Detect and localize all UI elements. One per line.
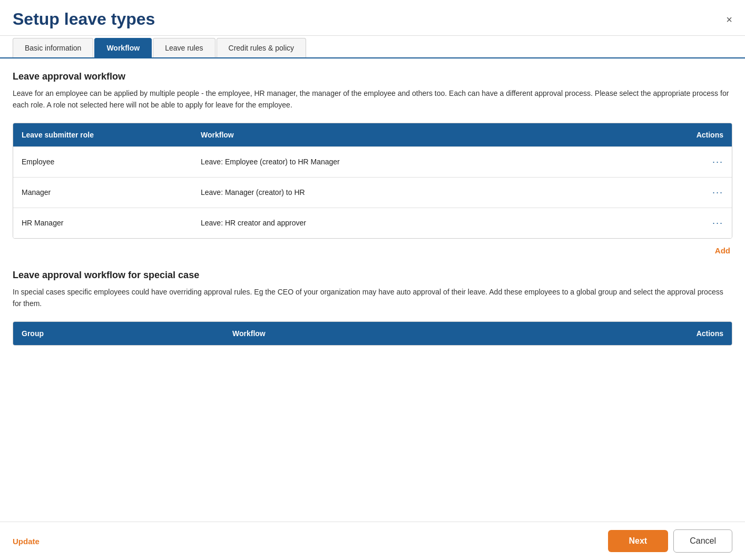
page-container: Setup leave types × Basic information Wo… xyxy=(0,0,745,560)
row-actions-button-employee[interactable]: ··· xyxy=(712,156,723,168)
add-workflow-link[interactable]: Add xyxy=(13,246,732,255)
col2-header-group: Group xyxy=(13,322,224,345)
tab-workflow[interactable]: Workflow xyxy=(94,38,152,57)
workflow-table: Leave submitter role Workflow Actions Em… xyxy=(13,123,732,239)
section1-title: Leave approval workflow xyxy=(13,71,732,82)
tab-basic-information[interactable]: Basic information xyxy=(13,38,93,57)
row-actions-button-manager[interactable]: ··· xyxy=(712,187,723,198)
cell-role-employee: Employee xyxy=(13,148,192,175)
section2-description: In special cases specific employees coul… xyxy=(13,286,732,310)
page-footer: Update Next Cancel xyxy=(0,522,745,560)
update-button[interactable]: Update xyxy=(13,537,40,546)
cell-role-hr-manager: HR Manager xyxy=(13,209,192,237)
footer-right: Next Cancel xyxy=(608,529,733,553)
col-header-actions: Actions xyxy=(626,123,732,146)
cell-workflow-manager: Leave: Manager (creator) to HR xyxy=(192,179,626,206)
close-button[interactable]: × xyxy=(726,14,732,25)
cell-role-manager: Manager xyxy=(13,179,192,206)
col2-header-actions: Actions xyxy=(611,322,732,345)
cell-workflow-hr-manager: Leave: HR creator and approver xyxy=(192,209,626,237)
section2-container: Leave approval workflow for special case… xyxy=(13,270,732,346)
tab-credit-rules-policy[interactable]: Credit rules & policy xyxy=(217,38,307,57)
section1-description: Leave for an employee can be applied by … xyxy=(13,87,732,111)
table1-header-row: Leave submitter role Workflow Actions xyxy=(13,123,732,146)
cell-actions-manager: ··· xyxy=(626,178,732,208)
table-row: Manager Leave: Manager (creator) to HR ·… xyxy=(13,177,732,208)
section2-title: Leave approval workflow for special case xyxy=(13,270,732,281)
col2-header-workflow: Workflow xyxy=(224,322,611,345)
cell-actions-employee: ··· xyxy=(626,147,732,177)
col-header-role: Leave submitter role xyxy=(13,123,192,146)
row-actions-button-hr-manager[interactable]: ··· xyxy=(712,218,723,229)
table2-header-row: Group Workflow Actions xyxy=(13,322,732,345)
page-header: Setup leave types × xyxy=(0,0,745,36)
table-row: Employee Leave: Employee (creator) to HR… xyxy=(13,146,732,177)
cancel-button[interactable]: Cancel xyxy=(673,529,732,553)
col-header-workflow: Workflow xyxy=(192,123,626,146)
cell-workflow-employee: Leave: Employee (creator) to HR Manager xyxy=(192,148,626,175)
next-button[interactable]: Next xyxy=(608,530,669,552)
tabs-bar: Basic information Workflow Leave rules C… xyxy=(0,38,745,58)
special-case-table: Group Workflow Actions xyxy=(13,321,732,346)
main-content: Leave approval workflow Leave for an emp… xyxy=(0,58,745,522)
table-row: HR Manager Leave: HR creator and approve… xyxy=(13,208,732,238)
tab-leave-rules[interactable]: Leave rules xyxy=(153,38,215,57)
page-title: Setup leave types xyxy=(13,9,155,29)
cell-actions-hr-manager: ··· xyxy=(626,208,732,238)
